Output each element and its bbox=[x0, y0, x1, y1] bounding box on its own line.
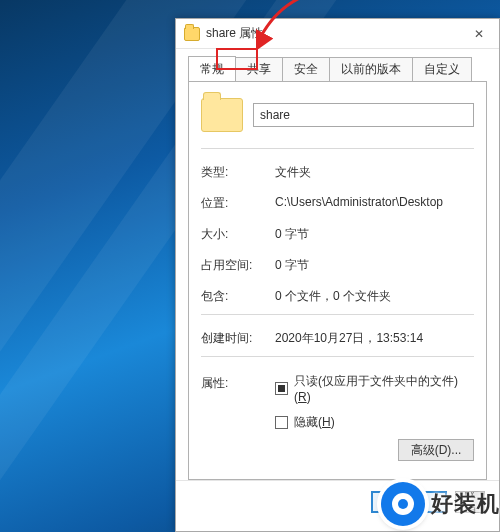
divider bbox=[201, 148, 474, 149]
row-created: 创建时间: 2020年10月27日，13:53:14 bbox=[201, 323, 474, 354]
value-size: 0 字节 bbox=[275, 226, 474, 243]
advanced-button-row: 高级(D)... bbox=[275, 439, 474, 461]
folder-large-icon bbox=[201, 98, 243, 132]
properties-dialog: share 属性 ✕ 常规 共享 安全 以前的版本 自定义 类型: 文件夹 位置… bbox=[175, 18, 500, 532]
cancel-button[interactable]: 取消 bbox=[455, 491, 485, 513]
tabs-region: 常规 共享 安全 以前的版本 自定义 类型: 文件夹 位置: C:\Users\… bbox=[176, 49, 499, 480]
value-size-on-disk: 0 字节 bbox=[275, 257, 474, 274]
close-icon: ✕ bbox=[474, 27, 484, 41]
row-size-on-disk: 占用空间: 0 字节 bbox=[201, 250, 474, 281]
tab-customize[interactable]: 自定义 bbox=[412, 57, 472, 81]
attributes-controls: 只读(仅应用于文件夹中的文件)(R) 隐藏(H) 高级(D)... bbox=[275, 373, 474, 461]
tab-general[interactable]: 常规 bbox=[188, 56, 236, 81]
value-location: C:\Users\Administrator\Desktop bbox=[275, 195, 474, 212]
dialog-button-row: 确定 取消 bbox=[176, 480, 499, 523]
label-size-on-disk: 占用空间: bbox=[201, 257, 275, 274]
folder-name-input[interactable] bbox=[253, 103, 474, 127]
row-type: 类型: 文件夹 bbox=[201, 157, 474, 188]
divider bbox=[201, 356, 474, 357]
checkbox-hidden-label: 隐藏(H) bbox=[294, 414, 335, 431]
label-location: 位置: bbox=[201, 195, 275, 212]
checkbox-hidden[interactable] bbox=[275, 416, 288, 429]
tab-sharing[interactable]: 共享 bbox=[235, 57, 283, 81]
label-created: 创建时间: bbox=[201, 330, 275, 347]
name-row bbox=[201, 96, 474, 146]
tab-security[interactable]: 安全 bbox=[282, 57, 330, 81]
label-attributes: 属性: bbox=[201, 373, 275, 461]
checkbox-readonly-label: 只读(仅应用于文件夹中的文件)(R) bbox=[294, 373, 474, 404]
tab-strip: 常规 共享 安全 以前的版本 自定义 bbox=[188, 57, 487, 82]
row-attributes: 属性: 只读(仅应用于文件夹中的文件)(R) 隐藏(H) bbox=[201, 365, 474, 461]
checkbox-hidden-line[interactable]: 隐藏(H) bbox=[275, 414, 474, 431]
value-type: 文件夹 bbox=[275, 164, 474, 181]
tab-content-general: 类型: 文件夹 位置: C:\Users\Administrator\Deskt… bbox=[188, 82, 487, 480]
ok-button[interactable]: 确定 bbox=[371, 491, 447, 513]
window-title: share 属性 bbox=[206, 25, 459, 42]
tab-previous-versions[interactable]: 以前的版本 bbox=[329, 57, 413, 81]
label-size: 大小: bbox=[201, 226, 275, 243]
label-contains: 包含: bbox=[201, 288, 275, 305]
folder-icon bbox=[184, 27, 200, 41]
titlebar[interactable]: share 属性 ✕ bbox=[176, 19, 499, 49]
divider bbox=[201, 314, 474, 315]
row-contains: 包含: 0 个文件，0 个文件夹 bbox=[201, 281, 474, 312]
row-location: 位置: C:\Users\Administrator\Desktop bbox=[201, 188, 474, 219]
checkbox-readonly[interactable] bbox=[275, 382, 288, 395]
row-size: 大小: 0 字节 bbox=[201, 219, 474, 250]
close-button[interactable]: ✕ bbox=[459, 19, 499, 49]
advanced-button[interactable]: 高级(D)... bbox=[398, 439, 474, 461]
label-type: 类型: bbox=[201, 164, 275, 181]
value-contains: 0 个文件，0 个文件夹 bbox=[275, 288, 474, 305]
value-created: 2020年10月27日，13:53:14 bbox=[275, 330, 474, 347]
checkbox-readonly-line[interactable]: 只读(仅应用于文件夹中的文件)(R) bbox=[275, 373, 474, 404]
